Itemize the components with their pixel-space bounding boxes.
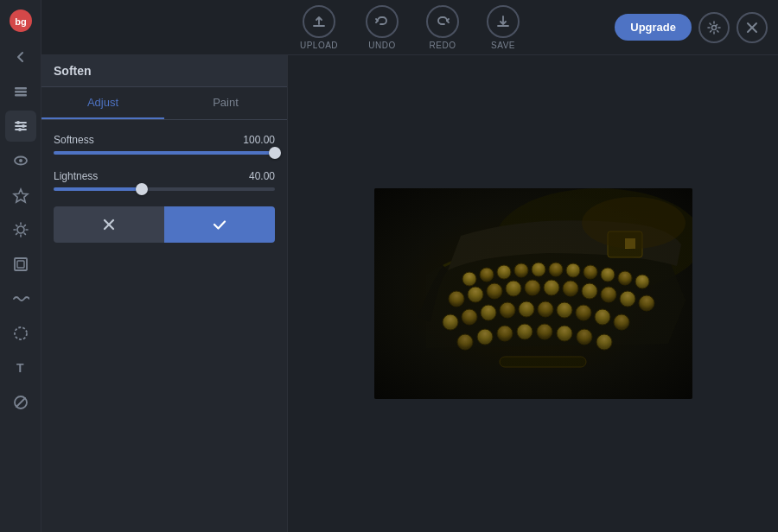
text-icon[interactable]: T (5, 352, 36, 383)
undo-circle (366, 5, 399, 38)
back-button[interactable] (7, 43, 35, 71)
svg-marker-13 (14, 189, 28, 202)
softness-value: 100.00 (243, 134, 275, 146)
canvas-area (288, 55, 778, 532)
slash-icon[interactable] (5, 387, 36, 418)
svg-point-25 (15, 327, 27, 339)
panel-actions (54, 206, 275, 243)
softness-thumb[interactable] (269, 147, 281, 159)
svg-line-22 (16, 233, 16, 234)
save-label: SAVE (491, 41, 515, 50)
svg-text:bg: bg (15, 16, 26, 27)
upload-action[interactable]: UPLOAD (300, 5, 338, 50)
softness-slider-row: Softness 100.00 (54, 134, 275, 155)
shape-icon[interactable] (5, 318, 36, 349)
wave-icon[interactable] (5, 283, 36, 314)
svg-line-19 (16, 225, 16, 226)
svg-rect-2 (15, 87, 27, 90)
tab-paint[interactable]: Paint (164, 87, 287, 119)
redo-action[interactable]: REDO (426, 5, 459, 50)
adjustments-icon[interactable] (5, 111, 36, 142)
lightness-label-row: Lightness 40.00 (54, 170, 275, 182)
app-logo: bg (7, 7, 35, 35)
svg-point-10 (18, 128, 22, 131)
panel-title: Soften (41, 55, 287, 87)
star-icon[interactable] (5, 180, 36, 211)
left-toolbar: bg (0, 0, 41, 532)
canvas-image (374, 188, 692, 399)
gear-button[interactable] (698, 12, 730, 43)
tab-adjust[interactable]: Adjust (41, 87, 164, 119)
svg-point-14 (17, 226, 24, 233)
svg-rect-24 (17, 261, 24, 268)
softness-track[interactable] (54, 151, 275, 155)
frame-icon[interactable] (5, 249, 36, 280)
svg-rect-3 (15, 91, 27, 93)
svg-rect-4 (15, 94, 27, 97)
eye-icon[interactable] (5, 145, 36, 176)
content-area: Soften Adjust Paint Softness 100.00 (41, 55, 778, 532)
lightness-fill (54, 187, 142, 191)
lightness-label: Lightness (54, 170, 98, 182)
svg-rect-23 (15, 258, 27, 270)
svg-point-8 (22, 124, 25, 128)
cancel-button[interactable] (54, 206, 164, 243)
upload-circle (303, 5, 335, 38)
undo-action[interactable]: UNDO (366, 5, 399, 50)
svg-text:T: T (16, 361, 24, 375)
svg-point-6 (16, 121, 20, 124)
redo-circle (426, 5, 459, 38)
lightness-track[interactable] (54, 187, 275, 191)
svg-line-21 (24, 225, 25, 226)
upload-label: UPLOAD (300, 41, 338, 50)
save-circle (487, 5, 520, 38)
softness-fill (54, 151, 275, 155)
layers-icon[interactable] (5, 76, 36, 107)
lightness-slider-row: Lightness 40.00 (54, 170, 275, 191)
undo-label: UNDO (368, 41, 395, 50)
softness-label: Softness (54, 134, 94, 146)
redo-label: REDO (430, 41, 456, 50)
top-bar-right: Upgrade (615, 12, 768, 43)
panel-body: Softness 100.00 Lightness 40.00 (41, 120, 287, 532)
effects-icon[interactable] (5, 214, 36, 245)
svg-line-28 (16, 398, 25, 407)
lightness-value: 40.00 (249, 170, 275, 182)
close-button[interactable] (737, 12, 768, 43)
softness-label-row: Softness 100.00 (54, 134, 275, 146)
save-action[interactable]: SAVE (487, 5, 520, 50)
panel-tabs: Adjust Paint (41, 87, 287, 120)
adjustment-panel: Soften Adjust Paint Softness 100.00 (41, 55, 288, 532)
confirm-button[interactable] (164, 206, 275, 243)
svg-point-80 (582, 197, 686, 249)
lightness-thumb[interactable] (136, 183, 148, 195)
top-bar: UPLOAD UNDO REDO (41, 0, 778, 55)
main-area: UPLOAD UNDO REDO (41, 0, 778, 532)
svg-point-12 (19, 159, 22, 162)
upgrade-button[interactable]: Upgrade (615, 14, 692, 41)
svg-line-20 (24, 233, 25, 234)
